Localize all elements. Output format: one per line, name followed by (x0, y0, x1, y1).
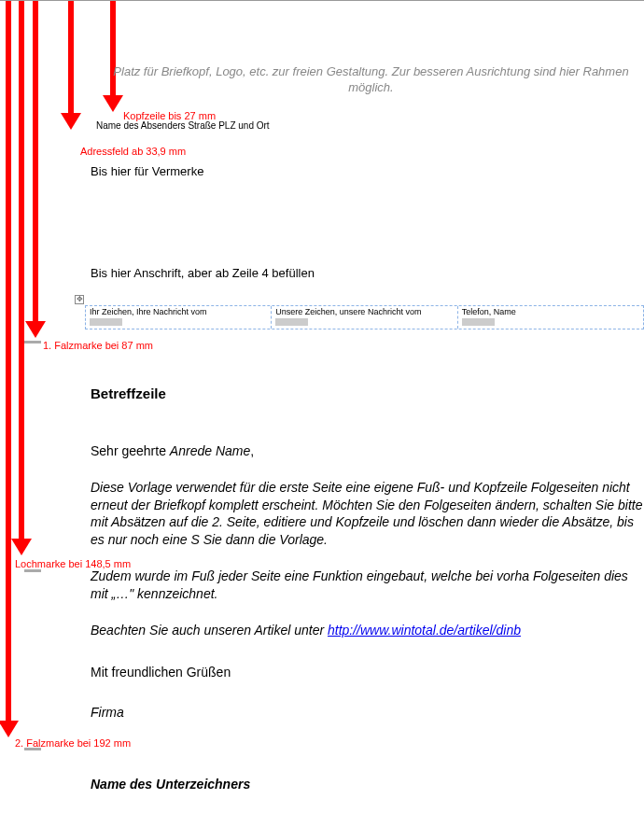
salutation: Sehr geehrte Anrede Name, (91, 442, 644, 460)
table-anchor-icon: ✥ (75, 295, 84, 304)
header-placeholder: Platz für Briefkopf, Logo, etc. zur frei… (89, 64, 644, 96)
vermerke-text: Bis hier für Vermerke (91, 164, 644, 178)
article-link[interactable]: http://www.wintotal.de/artikel/dinb (328, 623, 521, 638)
sender-line: Name des Absenders Straße PLZ und Ort (96, 120, 644, 131)
paragraph-1: Diese Vorlage verwendet für die erste Se… (91, 479, 644, 550)
reference-col-1: Ihr Zeichen, Ihre Nachricht vom (86, 306, 272, 329)
reference-col-2: Unsere Zeichen, unsere Nachricht vom (272, 306, 457, 329)
reference-col-3: Telefon, Name (458, 306, 643, 329)
closing: Mit freundlichen Grüßen (91, 664, 644, 681)
reference-val-1 (90, 318, 122, 326)
reference-row: ✥ Ihr Zeichen, Ihre Nachricht vom Unsere… (85, 305, 644, 329)
salutation-suffix: , (250, 443, 254, 458)
reference-label-3: Telefon, Name (462, 307, 639, 316)
reference-val-2 (275, 318, 308, 326)
reference-label-2: Unsere Zeichen, unsere Nachricht vom (275, 307, 453, 316)
company-name: Firma (91, 704, 644, 722)
paragraph-2: Zudem wurde im Fuß jeder Seite eine Funk… (91, 568, 644, 603)
subject-line: Betreffzeile (91, 385, 644, 401)
reference-label-1: Ihr Zeichen, Ihre Nachricht vom (90, 307, 267, 316)
paragraph-3-text: Beachten Sie auch unseren Artikel unter (91, 623, 328, 638)
salutation-variable: Anrede Name (170, 443, 250, 458)
paragraph-3: Beachten Sie auch unseren Artikel unter … (91, 622, 644, 639)
salutation-prefix: Sehr geehrte (91, 443, 170, 458)
anschrift-text: Bis hier Anschrift, aber ab Zeile 4 befü… (91, 266, 644, 280)
reference-val-3 (462, 318, 495, 326)
document-page: Platz für Briefkopf, Logo, etc. zur frei… (0, 1, 644, 813)
signer-name: Name des Unterzeichners (91, 776, 644, 793)
